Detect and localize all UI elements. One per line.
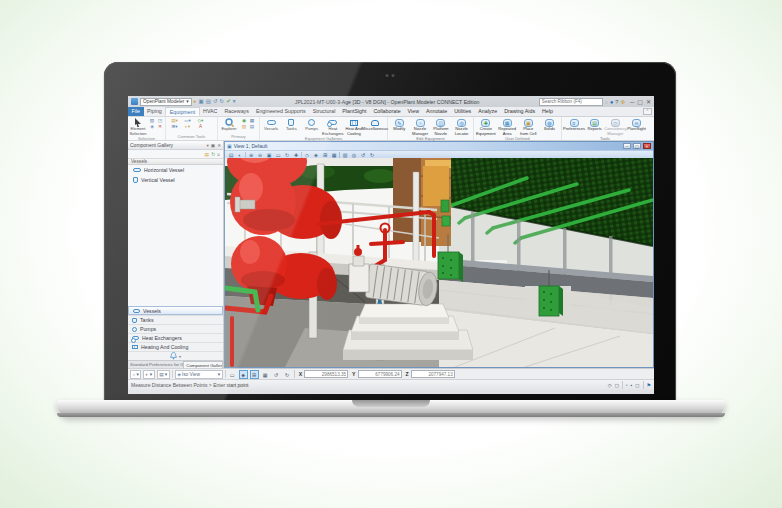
consistency-manager-button[interactable]: ◇ Consistency Manager — [605, 118, 625, 136]
miscellaneous-gallery-button[interactable]: Miscellaneous — [365, 118, 385, 132]
nozzle-locator-button[interactable]: ◎ Nozzle Locator — [452, 118, 471, 136]
snap-mode-dropdown[interactable]: ◐▾ — [143, 370, 154, 379]
ribbon-tab-collaborate[interactable]: Collaborate — [370, 107, 404, 116]
gallery-options-icon[interactable]: ≡ — [217, 152, 220, 157]
undo-icon[interactable]: ↺ — [213, 98, 218, 105]
search-input[interactable] — [539, 98, 603, 106]
element-selection-button[interactable]: Element Selection — [130, 118, 146, 136]
place-from-cell-button[interactable]: ▣ Place from Cell — [519, 118, 538, 136]
selection-set-icon[interactable]: ▪ — [631, 382, 633, 388]
grid-lock-toggle[interactable]: ▦ — [261, 370, 270, 379]
y-coordinate-field[interactable] — [358, 370, 402, 378]
bell-dropdown-icon[interactable]: ▾ — [179, 354, 181, 359]
repeated-area-button[interactable]: ▦ Repeated Area — [498, 118, 517, 136]
ribbon-tab-help[interactable]: Help — [539, 107, 557, 116]
element-info-icon[interactable]: ◻ — [635, 382, 639, 388]
create-equipment-button[interactable]: ✚ Create Equipment — [476, 118, 496, 136]
copy-icon[interactable]: ⊞▾ — [168, 124, 181, 130]
rotate-acs-toggle[interactable]: ↺ — [272, 370, 281, 379]
settings-check-icon[interactable]: ✔ — [226, 98, 231, 105]
category-heat-exchangers[interactable]: Heat Exchangers — [128, 333, 223, 342]
explorer-button[interactable]: Explorer — [220, 118, 238, 132]
heat-and-cooling-gallery-button[interactable]: Heat And Cooling — [345, 118, 363, 136]
viewport-3d-scene[interactable] — [225, 158, 653, 367]
ribbon-tab-drawing-aids[interactable]: Drawing Aids — [501, 107, 539, 116]
ribbon-tab-file[interactable]: File — [128, 107, 144, 116]
open-icon[interactable]: ▸ — [194, 98, 197, 105]
clear-selection-icon[interactable]: ✕ — [156, 124, 164, 130]
panel-close-icon[interactable]: ✕ — [217, 143, 221, 148]
ribbon-tab-equipment[interactable]: Equipment — [165, 107, 199, 116]
view-maximize-button[interactable]: ▢ — [633, 143, 641, 149]
maximize-button[interactable]: ▢ — [637, 98, 643, 106]
move-icon[interactable]: ◐▾ — [181, 124, 194, 130]
redo-icon[interactable]: ↻ — [220, 98, 225, 105]
category-heating-and-cooling[interactable]: Heating And Cooling — [128, 342, 223, 351]
locks-dropdown[interactable]: ○▾ — [130, 370, 141, 379]
plantsight-button[interactable]: ∞ PlantSight — [627, 118, 646, 132]
select-all-icon[interactable]: ◈ — [148, 124, 156, 130]
reset-acs-toggle[interactable]: ↻ — [283, 370, 292, 379]
view-close-button[interactable]: ✕ — [643, 143, 651, 149]
open-gallery-icon[interactable]: ▤ — [205, 152, 210, 157]
panel-dropdown-icon[interactable]: ▾ — [206, 143, 208, 148]
app-menu-dropdown[interactable]: OpenPlant Modeler ▾ — [140, 98, 192, 106]
pumps-gallery-button[interactable]: Pumps — [303, 118, 321, 132]
modify-button[interactable]: ✎ Modify — [390, 118, 409, 132]
snap-mode-status-icon[interactable]: ◇ — [608, 382, 612, 388]
properties-icon[interactable]: ▤ — [248, 124, 256, 130]
nozzle-manager-button[interactable]: ◔ Nozzle Manager — [411, 118, 430, 136]
gallery-item-vertical-vessel[interactable]: Vertical Vessel — [128, 175, 223, 185]
tab-standard-preferences[interactable]: Standard Preferences for G... — [128, 361, 183, 368]
notification-row: ▾ — [128, 351, 223, 360]
z-coordinate-field[interactable] — [411, 370, 455, 378]
pump-casing — [349, 264, 369, 292]
x-coordinate-field[interactable] — [304, 370, 348, 378]
ribbon-tab-plantsight[interactable]: PlantSight — [339, 107, 370, 116]
ribbon-tab-piping[interactable]: Piping — [144, 107, 166, 116]
print-icon[interactable]: ▤ — [206, 98, 211, 105]
category-vessels[interactable]: Vessels — [128, 306, 223, 315]
ribbon-tab-annotate[interactable]: Annotate — [422, 107, 450, 116]
display-style-dropdown[interactable]: ▤▾ — [157, 370, 170, 379]
ribbon-tab-raceways[interactable]: Raceways — [221, 107, 252, 116]
acs-lock-toggle[interactable]: ⊞ — [250, 370, 259, 379]
tab-component-gallery[interactable]: Component Gallery — [183, 361, 223, 368]
ribbon-tab-view[interactable]: View — [404, 107, 422, 116]
minimize-button[interactable]: ─ — [630, 98, 634, 106]
ribbon-collapse-button[interactable]: ⌃ — [643, 108, 652, 115]
qat-more-icon[interactable]: ▾ — [233, 98, 236, 105]
view-preset-dropdown[interactable]: ◈ Iso View ▾ — [175, 370, 223, 379]
reports-button[interactable]: ▤ Reports — [586, 118, 603, 132]
close-button[interactable]: ✕ — [646, 98, 651, 106]
flag-icon[interactable]: ⚑ — [647, 382, 651, 388]
preferences-button[interactable]: ≡ Preferences — [564, 118, 584, 132]
level-display-icon[interactable]: ▥ — [240, 124, 248, 130]
vessels-gallery-button[interactable]: Vessels — [262, 118, 280, 132]
ribbon-tab-analyze[interactable]: Analyze — [475, 107, 501, 116]
ribbon-tab-utilities[interactable]: Utilities — [451, 107, 475, 116]
text-icon[interactable]: A — [194, 124, 207, 130]
ribbon-tab-structural[interactable]: Structural — [309, 107, 339, 116]
active-level-icon[interactable]: ▫ — [626, 382, 628, 388]
accudraw-toggle[interactable]: ▭ — [228, 370, 237, 379]
view-minimize-button[interactable]: ─ — [623, 143, 631, 149]
gallery-item-horizontal-vessel[interactable]: Horizontal Vessel — [128, 165, 223, 175]
tanks-gallery-button[interactable]: Tanks — [282, 118, 300, 132]
user-icon[interactable]: ● — [610, 99, 613, 105]
heat-exchangers-gallery-button[interactable]: Heat Exchangers — [323, 118, 343, 136]
search-icon[interactable]: ◌ — [605, 99, 608, 105]
platform-nozzle-button[interactable]: ◫ Platform Nozzle — [432, 118, 451, 136]
ribbon-tab-hvac[interactable]: HVAC — [200, 107, 221, 116]
gear-icon[interactable]: ✣ — [620, 99, 625, 105]
locks-status-icon[interactable]: ◻ — [615, 382, 619, 388]
acs-plane-toggle[interactable]: ◈ — [239, 370, 248, 379]
help-icon[interactable]: ? — [615, 99, 618, 105]
category-tanks[interactable]: Tanks — [128, 315, 223, 324]
update-gallery-icon[interactable]: ↻ — [211, 152, 215, 157]
save-icon[interactable]: ▣ — [199, 98, 204, 105]
ribbon-tab-engineered-supports[interactable]: Engineered Supports — [252, 107, 309, 116]
solids-button[interactable]: ◍ Solids — [540, 118, 559, 132]
category-pumps[interactable]: Pumps — [128, 324, 223, 333]
panel-pin-icon[interactable]: ▣ — [211, 143, 215, 148]
